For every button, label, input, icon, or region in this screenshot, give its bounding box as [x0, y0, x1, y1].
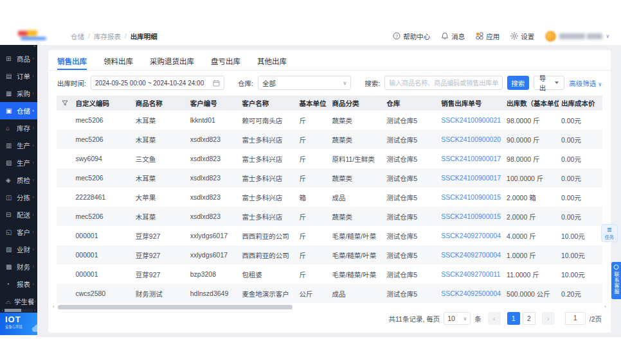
sidebar-item-9[interactable]: ◫分拣› [0, 189, 37, 206]
avatar [545, 31, 556, 42]
sidebar-item-6[interactable]: ▥生产› [0, 137, 37, 154]
table-cell: 测试仓库5 [384, 149, 438, 168]
sidebar-item-5[interactable]: ⌂库存› [0, 119, 37, 137]
table-cell: 富士多科兴店 [239, 130, 296, 149]
outbound-order-link[interactable]: SSCK24092700004 [438, 245, 504, 264]
tab-1[interactable]: 销售出库 [57, 56, 87, 70]
date-range-picker[interactable]: 2024-09-25 00:00 ~ 2024-10-24 24:00 [91, 76, 224, 90]
page-size-select[interactable]: 10 ∨ [444, 312, 471, 325]
messages-button[interactable]: 消息 [441, 31, 465, 41]
table-cell: bzp3208 [188, 264, 240, 284]
chevron-right-icon: › [32, 73, 34, 79]
column-header-8: 销售出库单号 [438, 96, 504, 110]
filter-row: 出库时间: 2024-09-25 00:00 ~ 2024-10-24 24:0… [48, 71, 611, 94]
table-cell: 木耳菜 [133, 110, 188, 130]
user-account-menu[interactable]: ∨ [545, 31, 609, 42]
table-cell: 大苹果 [133, 187, 188, 207]
app-logo[interactable] [18, 30, 50, 42]
table-cell: mec5206 [73, 168, 132, 187]
scrollbar-thumb[interactable] [4, 309, 21, 312]
sidebar-item-8[interactable]: ◈质检› [0, 171, 37, 189]
sidebar-item-2[interactable]: ▤订单› [0, 67, 37, 85]
table-cell: 98.0000 斤 [504, 149, 559, 168]
table-cell: 000001 [73, 245, 132, 264]
table-cell: xsdlxd823 [188, 168, 240, 187]
warehouse-select[interactable]: 全部 ∨ [258, 76, 351, 90]
table-cell: 斤 [297, 130, 330, 149]
chevron-right-icon: › [32, 108, 34, 114]
outbound-order-link[interactable]: SSCK24100900015 [438, 207, 504, 226]
tab-2[interactable]: 领料出库 [104, 56, 133, 70]
table-row: 000001豆芽927xxlydgs6017西西莉亚的公司斤毛菜/糙菜/叶菜测试… [57, 245, 602, 264]
scroll-right-icon[interactable]: › [33, 308, 37, 313]
sidebar-horizontal-scrollbar[interactable]: ‹ › [0, 308, 37, 313]
sidebar-item-10[interactable]: ⊟配送› [0, 206, 37, 223]
table-cell: 箱 [297, 187, 330, 207]
page-numbers: 12 [505, 312, 536, 325]
table-horizontal-scrollbar[interactable]: ‹ › [57, 305, 602, 310]
advanced-filter-toggle[interactable]: 高级筛选 ∨ [569, 78, 602, 88]
breadcrumb-warehouse[interactable]: 仓储 [71, 31, 84, 41]
settings-button[interactable]: 设置 [510, 31, 534, 41]
table-cell: 斤 [297, 168, 330, 187]
outbound-order-link[interactable]: SSCK24100900017 [438, 168, 504, 187]
table-cell: xsdlxd823 [188, 130, 240, 149]
breadcrumb-inventory-report[interactable]: 库存报表 [94, 31, 121, 41]
table-cell: 0.00元 [559, 187, 602, 207]
scroll-right-icon[interactable]: › [604, 304, 606, 309]
content-area: 销售出库领料出库采购退货出库盘亏出库其他出库 出库时间: 2024-09-25 … [37, 45, 621, 337]
next-page-button[interactable]: › [542, 312, 555, 325]
page-button-1[interactable]: 1 [507, 312, 520, 325]
table-body: mec5206木耳菜lkkntd01赖可可南头店斤蔬菜类测试仓库5SSCK241… [57, 110, 602, 303]
tab-3[interactable]: 采购退货出库 [150, 56, 194, 70]
outbound-order-link[interactable]: SSCK24092700004 [438, 226, 504, 245]
chevron-right-icon: › [32, 229, 34, 235]
task-widget[interactable]: ≣ 任务 [601, 224, 618, 242]
sidebar-item-11[interactable]: ◱客户› [0, 223, 37, 241]
apps-button[interactable]: 应用 [476, 31, 500, 41]
help-center-button[interactable]: ? 帮助中心 [393, 31, 430, 41]
outbound-order-link[interactable]: SSCK24100900015 [438, 187, 504, 207]
column-header-4: 客户名称 [239, 96, 296, 110]
export-button[interactable]: 导出 [534, 76, 564, 90]
table-cell: 蔬菜类 [329, 207, 384, 226]
search-button[interactable]: 搜索 [507, 76, 529, 90]
outbound-order-link[interactable]: SSCK24092500004 [438, 284, 504, 303]
sidebar-item-4[interactable]: ▣仓储› [0, 102, 37, 119]
contact-support-button[interactable]: 联系客服 [611, 262, 621, 299]
sidebar-item-13[interactable]: ▩财务› [0, 258, 37, 275]
table-cell: 测试仓库5 [384, 245, 438, 264]
page-button-2[interactable]: 2 [523, 312, 536, 325]
app-window: 仓储 / 库存报表 / 出库明细 ? 帮助中心 消息 应用 设置 [0, 0, 621, 364]
table-cell: swy6094 [73, 149, 132, 168]
sidebar-item-7[interactable]: ▧生产› [0, 154, 37, 171]
outbound-order-link[interactable]: SSCK24100900017 [438, 149, 504, 168]
column-filter-icon[interactable] [62, 100, 68, 107]
sidebar-item-15[interactable]: ⌓学生餐› [0, 293, 37, 310]
sidebar-item-3[interactable]: ▦采购› [0, 85, 37, 102]
table-cell: 毛菜/糙菜/叶菜 [329, 226, 384, 245]
column-header-5: 基本单位 [297, 96, 330, 110]
gear-icon [510, 32, 518, 40]
chevron-right-icon: › [32, 195, 34, 200]
column-header-3: 客户编号 [188, 96, 240, 110]
table-cell: 测试仓库5 [384, 110, 438, 130]
table-cell: 测试仓库5 [384, 207, 438, 226]
sidebar-item-1[interactable]: ⊞商品› [0, 50, 37, 67]
table-cell: 22228461 [73, 187, 132, 207]
tab-4[interactable]: 盘亏出库 [211, 56, 240, 70]
outbound-order-link[interactable]: SSCK24092700011 [438, 264, 504, 284]
outbound-order-link[interactable]: SSCK24100900020 [438, 130, 504, 149]
prev-page-button[interactable]: ‹ [488, 312, 501, 325]
outbound-order-link[interactable]: SSCK24100900021 [438, 110, 504, 130]
sidebar-item-12[interactable]: ▨业财› [0, 241, 37, 258]
search-input[interactable] [384, 76, 502, 90]
table-row: cwcs2580财务测试hdlnszd3649麦金地演示客户公斤成品测试仓库5S… [57, 284, 602, 303]
page-jump-input[interactable]: 1 [565, 312, 586, 325]
scrollbar-thumb[interactable] [58, 305, 292, 309]
table-cell: 2.0000 斤 [504, 207, 559, 226]
sidebar-item-14[interactable]: ◔报表› [0, 275, 37, 293]
scroll-left-icon[interactable]: ‹ [0, 308, 4, 313]
tab-5[interactable]: 其他出库 [257, 56, 287, 70]
scroll-left-icon[interactable]: ‹ [53, 304, 55, 309]
